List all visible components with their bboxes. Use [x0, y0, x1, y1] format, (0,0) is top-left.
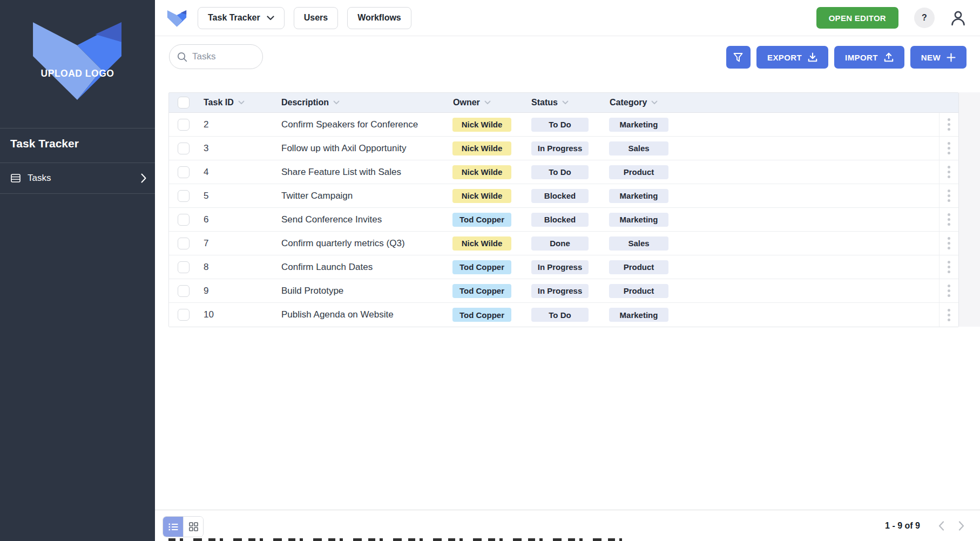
sort-chevron-icon: [238, 100, 245, 105]
next-page-button[interactable]: [958, 521, 964, 533]
row-menu-button[interactable]: [939, 160, 958, 184]
list-view-icon: [167, 522, 179, 532]
column-header-category[interactable]: Category: [610, 98, 686, 107]
cell-task-id: 2: [204, 119, 208, 130]
category-badge: Marketing: [609, 118, 668, 132]
table-row[interactable]: 5 Twitter Campaign Nick Wilde Blocked Ma…: [169, 184, 958, 208]
row-checkbox[interactable]: [178, 119, 190, 131]
search-box[interactable]: [169, 44, 263, 69]
row-checkbox[interactable]: [178, 143, 190, 154]
row-menu-button[interactable]: [939, 279, 958, 302]
status-badge: Blocked: [531, 213, 589, 227]
row-menu-button[interactable]: [939, 232, 958, 255]
row-checkbox[interactable]: [178, 214, 190, 226]
column-header-description[interactable]: Description: [281, 98, 449, 107]
sidebar: UPLOAD LOGO Task Tracker Tasks: [0, 0, 155, 541]
cell-task-id: 3: [204, 143, 208, 153]
app-selector-dropdown[interactable]: Task Tracker: [198, 7, 285, 29]
cell-description: Confirm Launch Dates: [281, 262, 373, 272]
row-menu-button[interactable]: [939, 137, 958, 160]
row-checkbox[interactable]: [178, 285, 190, 297]
previous-page-button[interactable]: [938, 521, 944, 533]
table-row[interactable]: 2 Confirm Speakers for Conference Nick W…: [169, 113, 958, 137]
clipped-text-fragment: [168, 538, 622, 541]
kebab-menu-icon: [948, 118, 950, 131]
view-toggle: [163, 516, 204, 537]
table-row[interactable]: 7 Confirm quarterly metrics (Q3) Nick Wi…: [169, 232, 958, 255]
sort-chevron-icon: [651, 100, 658, 105]
column-header-owner[interactable]: Owner: [453, 98, 527, 107]
logo-icon: [31, 18, 124, 100]
import-label: IMPORT: [845, 53, 878, 62]
cell-task-id: 8: [204, 262, 208, 272]
grid-view-button[interactable]: [183, 517, 203, 537]
row-checkbox[interactable]: [178, 166, 190, 178]
kebab-menu-icon: [948, 261, 950, 273]
column-header-task-id[interactable]: Task ID: [204, 98, 281, 107]
row-checkbox[interactable]: [178, 190, 190, 202]
upload-logo-placeholder[interactable]: UPLOAD LOGO: [0, 18, 155, 105]
table-row[interactable]: 6 Send Conference Invites Tod Copper Blo…: [169, 208, 958, 232]
cell-task-id: 7: [204, 238, 208, 248]
sidebar-app-title: Task Tracker: [10, 137, 145, 150]
new-label: NEW: [921, 53, 941, 62]
category-badge: Marketing: [609, 189, 668, 203]
topbar: Task Tracker Users Workflows OPEN EDITOR…: [155, 0, 980, 36]
row-menu-button[interactable]: [939, 113, 958, 136]
category-badge: Product: [609, 284, 668, 298]
filter-button[interactable]: [726, 46, 751, 69]
select-all-checkbox[interactable]: [178, 97, 190, 109]
search-input[interactable]: [192, 51, 252, 62]
owner-badge: Tod Copper: [452, 308, 511, 322]
status-badge: In Progress: [531, 260, 589, 274]
user-account-icon[interactable]: [950, 10, 967, 26]
column-label: Category: [610, 98, 647, 107]
row-menu-button[interactable]: [939, 208, 958, 231]
kebab-menu-icon: [948, 142, 950, 154]
kebab-menu-icon: [948, 309, 950, 321]
column-label: Status: [531, 98, 558, 107]
page-gutter: [959, 92, 980, 327]
table-row[interactable]: 9 Build Prototype Tod Copper In Progress…: [169, 279, 958, 303]
column-header-status[interactable]: Status: [531, 98, 605, 107]
row-menu-button[interactable]: [939, 184, 958, 207]
list-view-button[interactable]: [163, 517, 183, 537]
owner-badge: Tod Copper: [452, 213, 511, 227]
tab-users[interactable]: Users: [294, 7, 338, 29]
status-badge: Done: [531, 236, 589, 251]
table-row[interactable]: 4 Share Feature List with Sales Nick Wil…: [169, 160, 958, 184]
row-checkbox[interactable]: [178, 261, 190, 273]
category-badge: Sales: [609, 141, 668, 155]
row-menu-button[interactable]: [939, 303, 958, 327]
help-button[interactable]: ?: [914, 8, 935, 28]
row-checkbox[interactable]: [178, 238, 190, 249]
owner-badge: Nick Wilde: [452, 118, 511, 132]
table-row[interactable]: 10 Publish Agenda on Website Tod Copper …: [169, 303, 958, 327]
sidebar-item-tasks[interactable]: Tasks: [0, 163, 155, 193]
open-editor-button[interactable]: OPEN EDITOR: [816, 7, 898, 29]
table-body: 2 Confirm Speakers for Conference Nick W…: [169, 113, 958, 327]
table-row[interactable]: 8 Confirm Launch Dates Tod Copper In Pro…: [169, 255, 958, 279]
tab-users-label: Users: [304, 13, 328, 23]
tab-workflows[interactable]: Workflows: [347, 7, 411, 29]
kebab-menu-icon: [948, 213, 950, 226]
sidebar-divider: [0, 128, 155, 129]
search-icon: [177, 52, 187, 62]
import-button[interactable]: IMPORT: [834, 46, 904, 69]
table-row[interactable]: 3 Follow up with Axil Opportunity Nick W…: [169, 137, 958, 160]
cell-description: Share Feature List with Sales: [281, 167, 401, 177]
category-badge: Marketing: [609, 213, 668, 227]
cell-task-id: 5: [204, 191, 208, 201]
row-menu-button[interactable]: [939, 255, 958, 279]
new-button[interactable]: NEW: [910, 46, 967, 69]
tasks-table: Task ID Description Owner Status Categor…: [168, 92, 959, 327]
kebab-menu-icon: [948, 237, 950, 249]
upload-logo-label: UPLOAD LOGO: [0, 68, 155, 79]
owner-badge: Tod Copper: [452, 284, 511, 298]
row-checkbox[interactable]: [178, 309, 190, 321]
chevron-left-icon: [938, 521, 944, 531]
cell-description: Confirm Speakers for Conference: [281, 119, 418, 130]
sort-chevron-icon: [333, 100, 340, 105]
export-button[interactable]: EXPORT: [756, 46, 828, 69]
upload-icon: [884, 52, 894, 62]
